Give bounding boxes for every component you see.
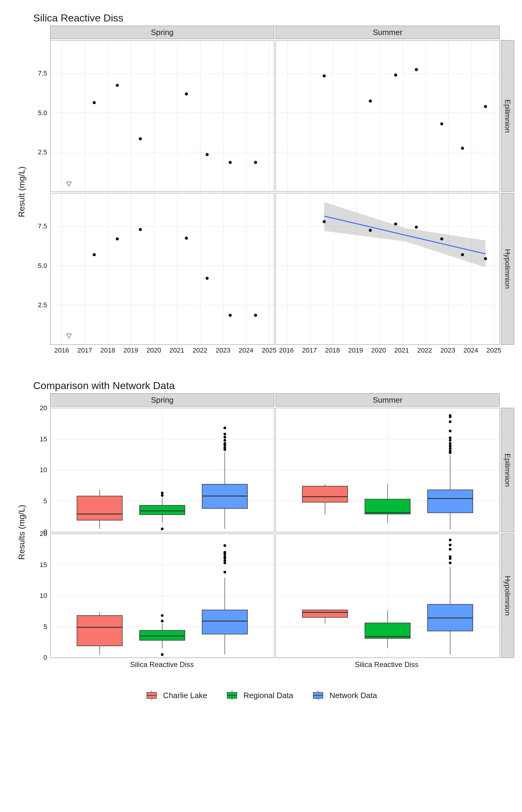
svg-rect-129 [427,490,473,513]
svg-point-108 [223,442,226,445]
svg-point-39 [461,147,464,150]
legend-key-icon [225,690,239,701]
scatter-chart-block: Silica Reactive Diss Result (mg/L) Sprin… [15,12,507,359]
svg-marker-20 [66,182,71,186]
svg-point-60 [254,314,257,317]
svg-point-34 [323,74,326,77]
legend-key-icon [312,690,325,701]
scatter-title: Silica Reactive Diss [33,12,507,24]
legend-item-regional: Regional Data [225,690,293,701]
svg-rect-154 [140,630,185,641]
svg-line-76 [324,216,485,254]
boxplot-panel-summer-epi [276,408,500,532]
scatter-panel-summer-epi [276,40,500,192]
svg-point-163 [223,571,226,574]
svg-point-111 [223,433,226,435]
svg-point-99 [161,494,164,497]
facet-col-spring-2: Spring [50,393,274,407]
svg-point-79 [394,223,397,226]
facet-row-epi-2: Epilimnion [501,408,514,532]
legend-label: Charlie Lake [163,691,207,700]
svg-point-40 [484,105,487,108]
svg-point-38 [440,122,443,125]
boxplot-panel-spring-hypo [50,533,274,658]
svg-point-98 [161,527,164,530]
svg-point-169 [223,551,226,554]
facet-row-hypo: Hypolimnion [501,193,514,345]
svg-point-37 [415,68,418,71]
svg-rect-183 [365,623,410,638]
svg-point-132 [449,449,451,452]
svg-rect-179 [302,610,348,617]
facet-row-epi: Epilimnion [501,40,514,192]
svg-point-13 [93,101,96,104]
svg-point-189 [449,562,451,564]
svg-rect-150 [77,616,122,646]
svg-point-54 [93,253,96,256]
svg-point-109 [223,439,226,442]
scatter-panel-summer-hypo [276,193,500,345]
boxplot-panel-summer-hypo [276,533,500,658]
svg-point-77 [323,220,326,223]
scatter-panel-spring-hypo [50,193,274,345]
scatter-y-label: Result (mg/L) [15,32,28,352]
svg-point-14 [116,84,119,87]
svg-point-58 [206,277,209,280]
svg-point-136 [449,439,451,442]
boxplot-x-cat-spring: Silica Reactive Diss [130,661,194,669]
svg-point-35 [369,100,372,103]
page: Silica Reactive Diss Result (mg/L) Sprin… [0,0,522,812]
svg-point-100 [161,491,164,494]
facet-col-spring: Spring [50,26,274,39]
legend-label: Regional Data [243,691,293,700]
boxplot-chart-block: Comparison with Network Data Results (mg… [15,380,507,701]
facet-col-summer-2: Summer [276,393,500,407]
svg-point-18 [229,161,232,164]
svg-point-78 [369,229,372,232]
svg-point-158 [161,614,164,617]
svg-point-137 [449,437,451,439]
svg-point-192 [449,548,451,551]
svg-point-59 [229,314,232,317]
svg-point-83 [484,257,487,260]
svg-point-141 [449,414,451,417]
svg-point-133 [449,447,451,450]
svg-rect-161 [202,610,247,634]
svg-point-170 [223,544,226,547]
svg-point-106 [223,446,226,449]
svg-point-112 [223,427,226,429]
svg-rect-121 [302,486,348,502]
svg-point-56 [139,228,142,231]
facet-col-summer: Summer [276,26,500,39]
svg-rect-96 [140,505,185,515]
svg-rect-125 [365,499,410,514]
legend-item-network: Network Data [312,690,377,701]
boxplot-x-cat-summer: Silica Reactive Diss [355,661,419,669]
svg-point-19 [254,161,257,164]
svg-point-156 [161,653,164,656]
boxplot-panel-spring-epi [50,408,274,532]
svg-rect-92 [77,496,122,520]
svg-point-55 [116,238,119,241]
svg-point-164 [223,562,226,564]
svg-point-193 [449,544,451,546]
scatter-panel-spring-epi [50,40,274,192]
svg-point-57 [185,237,188,240]
svg-point-80 [415,226,418,229]
svg-point-17 [206,153,209,156]
svg-point-191 [449,555,451,558]
legend-label: Network Data [329,691,377,700]
svg-point-110 [223,436,226,439]
boxplot-y-label: Results (mg/L) [15,399,28,665]
svg-point-15 [139,138,142,140]
svg-point-167 [223,555,226,558]
svg-point-81 [440,238,443,241]
facet-row-hypo-2: Hypolimnion [501,533,514,658]
boxplot-title: Comparison with Network Data [33,380,507,391]
svg-marker-61 [66,334,71,338]
legend-item-charlie: Charlie Lake [145,690,207,701]
svg-point-165 [223,559,226,562]
svg-point-16 [185,93,188,96]
legend-key-icon [145,690,158,701]
svg-point-82 [461,253,464,256]
